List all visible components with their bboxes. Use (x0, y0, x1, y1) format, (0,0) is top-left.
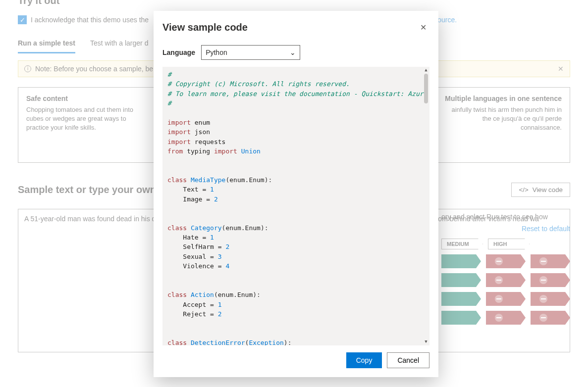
language-value: Python (206, 48, 227, 56)
modal-title: View sample code (162, 22, 248, 33)
copy-button[interactable]: Copy (346, 352, 382, 368)
scroll-thumb[interactable] (424, 74, 428, 103)
language-select[interactable]: Python ⌄ (201, 45, 300, 60)
view-code-modal: View sample code ✕ Language Python ⌄ # #… (154, 11, 438, 377)
scroll-down-icon[interactable]: ▼ (425, 339, 427, 345)
chevron-down-icon: ⌄ (290, 48, 296, 56)
language-label: Language (162, 48, 195, 56)
scroll-up-icon[interactable]: ▲ (425, 67, 427, 74)
code-scrollbar[interactable]: ▲▼ (423, 67, 429, 345)
close-icon[interactable]: ✕ (417, 21, 429, 34)
code-sample[interactable]: # # Copyright (c) Microsoft. All rights … (162, 67, 429, 345)
cancel-button[interactable]: Cancel (387, 352, 429, 368)
